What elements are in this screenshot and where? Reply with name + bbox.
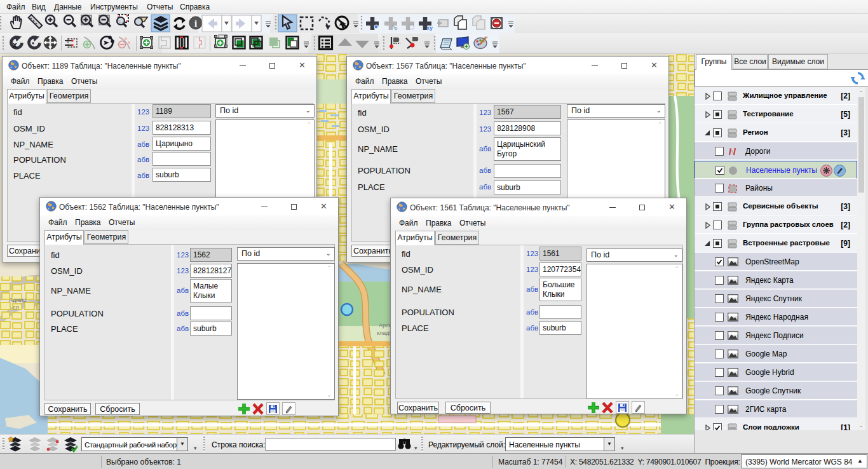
svg-text:Адмир: Адмир [9,297,26,303]
svg-text:сл: сл [13,304,19,311]
svg-text:i: i [194,18,197,29]
svg-text:Арск: Арск [379,322,391,329]
svg-text:xy: xy [426,25,433,31]
svg-text:x: x [13,41,17,50]
